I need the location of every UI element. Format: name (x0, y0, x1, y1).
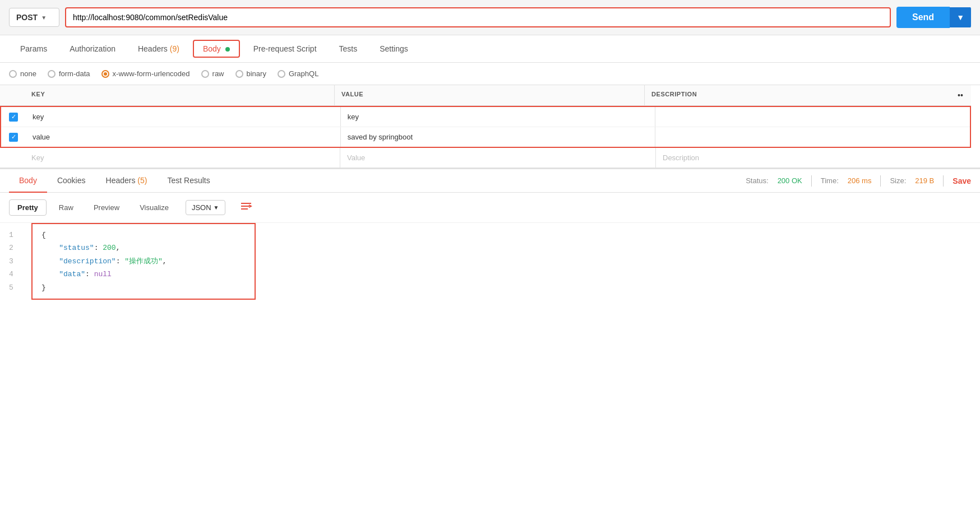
tab-headers[interactable]: Headers (9) (127, 36, 191, 62)
response-tabs: Body Cookies Headers (5) Test Results (9, 169, 220, 192)
json-line-5: } (41, 281, 246, 294)
resp-tab-headers[interactable]: Headers (5) (96, 169, 158, 193)
line-num-1: 1 (9, 229, 26, 241)
row1-key[interactable]: key (26, 107, 341, 127)
format-select[interactable]: JSON ▼ (186, 200, 225, 215)
view-tab-preview[interactable]: Preview (86, 200, 127, 215)
row1-description[interactable] (655, 107, 970, 127)
params-data-rows: key key value saved by springboot (0, 106, 971, 148)
method-select[interactable]: POST ▼ (9, 8, 59, 27)
wrap-icon (240, 201, 252, 211)
line-num-2: 2 (9, 241, 26, 254)
format-label: JSON (192, 203, 211, 212)
url-input[interactable] (65, 7, 891, 27)
body-type-options: none form-data x-www-form-urlencoded raw… (0, 63, 980, 85)
placeholder-value[interactable]: Value (340, 148, 656, 168)
table-row: key key (1, 107, 970, 127)
body-type-binary[interactable]: binary (235, 69, 266, 78)
table-empty-row: Key Value Description (0, 148, 971, 168)
tab-authorization[interactable]: Authorization (58, 36, 127, 62)
request-tabs: Params Authorization Headers (9) Body Pr… (0, 35, 980, 63)
method-label: POST (16, 13, 38, 22)
view-tabs-bar: Pretty Raw Preview Visualize JSON ▼ (0, 193, 980, 223)
status-label: Status: (746, 176, 768, 185)
view-tab-raw[interactable]: Raw (51, 200, 81, 215)
radio-raw (201, 70, 209, 78)
header-description: DESCRIPTION (645, 85, 954, 105)
tab-settings[interactable]: Settings (368, 36, 419, 62)
header-more: •• (954, 85, 971, 105)
radio-graphql (278, 70, 285, 78)
line-num-3: 3 (9, 255, 26, 268)
radio-none (9, 70, 17, 78)
json-line-3: "description": "操作成功", (41, 255, 246, 268)
response-tabs-bar: Body Cookies Headers (5) Test Results St… (0, 168, 980, 193)
tab-tests[interactable]: Tests (328, 36, 369, 62)
response-meta: Status: 200 OK Time: 206 ms Size: 219 B … (746, 175, 971, 187)
send-button[interactable]: Send (896, 7, 950, 28)
body-type-graphql[interactable]: GraphQL (278, 69, 318, 78)
view-tab-pretty[interactable]: Pretty (9, 199, 47, 216)
body-type-none[interactable]: none (9, 69, 36, 78)
checkbox-checked (9, 113, 18, 122)
time-value: 206 ms (848, 176, 872, 185)
send-button-group: Send ▼ (896, 7, 971, 28)
json-line-4: "data": null (41, 268, 246, 281)
resp-tab-cookies[interactable]: Cookies (47, 169, 96, 193)
placeholder-key[interactable]: Key (25, 148, 340, 168)
radio-urlencoded (101, 70, 109, 78)
tab-body[interactable]: Body (193, 40, 240, 58)
radio-form-data (48, 70, 56, 78)
save-button[interactable]: Save (953, 176, 971, 185)
json-line-2: "status": 200, (41, 241, 246, 254)
row1-value[interactable]: key (341, 107, 656, 127)
json-content-box: { "status": 200, "description": "操作成功", … (31, 223, 256, 300)
format-chevron-icon: ▼ (214, 204, 219, 211)
meta-divider1 (811, 175, 812, 187)
body-type-form-data[interactable]: form-data (48, 69, 90, 78)
meta-divider3 (943, 175, 944, 187)
tab-pre-request-script[interactable]: Pre-request Script (242, 36, 328, 62)
status-value: 200 OK (778, 176, 802, 185)
time-label: Time: (821, 176, 839, 185)
json-line-1: { (41, 229, 246, 241)
header-check-col (0, 85, 25, 105)
row2-key[interactable]: value (26, 127, 341, 147)
row2-checkbox[interactable] (1, 127, 26, 147)
row1-checkbox[interactable] (1, 107, 26, 127)
placeholder-description[interactable]: Description (656, 148, 971, 168)
table-header: KEY VALUE DESCRIPTION •• (0, 85, 971, 106)
wrap-button[interactable] (234, 198, 258, 217)
header-value: VALUE (335, 85, 645, 105)
line-num-5: 5 (9, 281, 26, 294)
url-bar: POST ▼ Send ▼ (0, 0, 980, 35)
tab-params[interactable]: Params (9, 36, 58, 62)
radio-binary (235, 70, 243, 78)
row2-value[interactable]: saved by springboot (341, 127, 656, 147)
method-chevron-icon: ▼ (41, 15, 47, 21)
checkbox-checked (9, 133, 18, 142)
line-numbers: 1 2 3 4 5 (9, 223, 31, 294)
resp-tab-body[interactable]: Body (9, 169, 47, 193)
size-value: 219 B (915, 176, 934, 185)
body-type-urlencoded[interactable]: x-www-form-urlencoded (101, 69, 190, 78)
table-row: value saved by springboot (1, 127, 970, 147)
code-block: 1 2 3 4 5 { "status": 200, "description"… (0, 223, 980, 309)
meta-divider2 (880, 175, 881, 187)
send-dropdown-button[interactable]: ▼ (950, 7, 971, 27)
resp-tab-test-results[interactable]: Test Results (157, 169, 220, 193)
body-type-raw[interactable]: raw (201, 69, 224, 78)
row2-description[interactable] (655, 127, 970, 147)
line-num-4: 4 (9, 268, 26, 281)
size-label: Size: (890, 176, 906, 185)
header-key: KEY (25, 85, 335, 105)
params-table-section: KEY VALUE DESCRIPTION •• key key value s… (0, 85, 980, 168)
view-tab-visualize[interactable]: Visualize (132, 200, 177, 215)
